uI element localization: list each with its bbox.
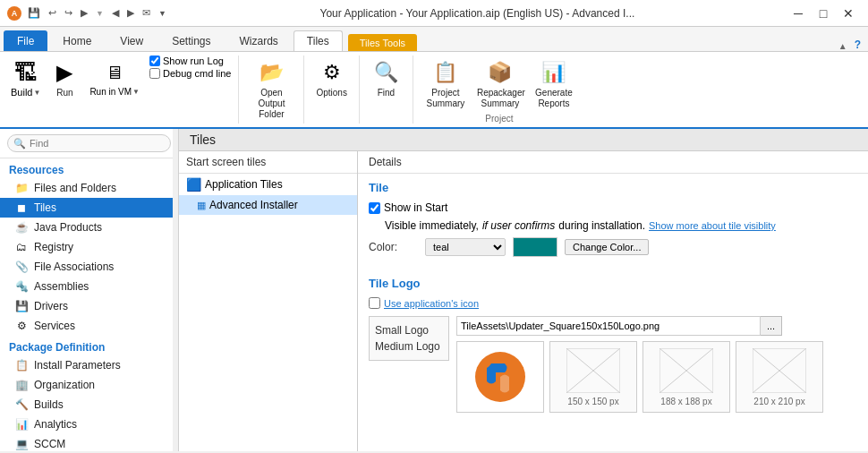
use-app-icon-checkbox[interactable]: [369, 297, 380, 309]
registry-icon: 🗂: [14, 240, 29, 254]
debug-cmd-line-checkbox[interactable]: Debug cmd line: [149, 68, 231, 79]
logo-browse-button[interactable]: ...: [761, 316, 782, 336]
search-input[interactable]: [7, 134, 171, 152]
tab-home[interactable]: Home: [49, 30, 105, 51]
tab-wizards[interactable]: Wizards: [226, 30, 292, 51]
main-layout: 🔍 Resources 📁 Files and Folders ◼ Tiles …: [0, 129, 868, 451]
sidebar-scrollbar[interactable]: [173, 129, 178, 451]
project-summary-button[interactable]: 📋 Project Summary: [421, 56, 471, 112]
options-label: Options: [316, 88, 346, 98]
find-group-buttons: 🔍 Find: [367, 56, 404, 124]
minimize-button[interactable]: ─: [786, 1, 811, 26]
tab-file[interactable]: File: [4, 30, 47, 51]
app-icon: A: [7, 6, 21, 21]
tree-item-advanced-installer[interactable]: ▦ Advanced Installer: [179, 195, 357, 215]
tab-settings[interactable]: Settings: [158, 30, 224, 51]
show-run-log-label: Show run Log: [163, 56, 224, 66]
quick-access-more[interactable]: ▼: [156, 8, 169, 19]
files-icon: 📁: [14, 181, 29, 195]
show-in-start-checkbox-label[interactable]: Show in Start: [369, 201, 447, 214]
show-in-start-checkbox[interactable]: [369, 202, 380, 214]
tab-view[interactable]: View: [106, 30, 157, 51]
run-in-vm-button[interactable]: 🖥 Run in VM ▼: [85, 56, 144, 99]
quick-access-save[interactable]: 💾: [25, 6, 43, 20]
sidebar-item-services[interactable]: ⚙ Services: [0, 316, 178, 336]
sidebar-item-organization[interactable]: 🏢 Organization: [0, 375, 178, 395]
logo-thumb-210: 210 x 210 px: [736, 341, 823, 413]
ribbon-help-icon[interactable]: ?: [851, 38, 864, 51]
quick-access-mail[interactable]: ✉: [140, 6, 153, 20]
quick-access-arrow[interactable]: ▼: [93, 8, 106, 19]
sidebar-item-registry[interactable]: 🗂 Registry: [0, 237, 178, 257]
tile-logo-section: Use application's icon Small Logo Medium…: [358, 294, 868, 420]
quick-access-redo[interactable]: ↪: [62, 6, 75, 20]
logo-puzzle-icon: [473, 350, 527, 404]
window-title: Your Application - Your Application.aip …: [169, 7, 786, 20]
tab-tiles-tools[interactable]: Tiles Tools: [348, 34, 417, 51]
logo-path-input[interactable]: [456, 316, 761, 336]
title-bar: A 💾 ↩ ↪ ▶ ▼ ◀ ▶ ✉ ▼ Your Application - Y…: [0, 0, 868, 27]
install-params-label: Install Parameters: [34, 359, 121, 372]
quick-access-forward[interactable]: ▶: [124, 6, 137, 20]
run-icon: ▶: [50, 58, 79, 87]
open-output-folder-button[interactable]: 📂 Open Output Folder: [246, 56, 296, 123]
sidebar-scroll[interactable]: Resources 📁 Files and Folders ◼ Tiles ☕ …: [0, 158, 178, 451]
debug-cmd-line-input[interactable]: [149, 68, 160, 79]
debug-cmd-line-label: Debug cmd line: [163, 68, 231, 79]
search-icon: 🔍: [13, 138, 26, 150]
show-more-link[interactable]: Show more about tile visiblity: [649, 220, 776, 231]
repackager-summary-icon: 📦: [486, 58, 515, 87]
build-label: Build: [11, 87, 32, 98]
visible-text: Visible immediately,: [385, 219, 479, 232]
sidebar-item-files-and-folders[interactable]: 📁 Files and Folders: [0, 178, 178, 198]
quick-access-back[interactable]: ◀: [109, 6, 122, 20]
quick-access-run[interactable]: ▶: [78, 6, 90, 20]
run-label: Run: [56, 88, 72, 98]
builds-label: Builds: [34, 398, 64, 411]
tile-section: Show in Start Visible immediately, if us…: [358, 198, 868, 269]
ribbon-group-output: 📂 Open Output Folder: [239, 56, 304, 124]
ribbon-expand-icon[interactable]: ▲: [835, 41, 851, 51]
find-button[interactable]: 🔍 Find: [367, 56, 404, 101]
sidebar-item-builds[interactable]: 🔨 Builds: [0, 395, 178, 415]
quick-access-undo[interactable]: ↩: [46, 6, 59, 20]
app-tiles-folder-icon: 🟦: [186, 177, 201, 192]
file-assoc-label: File Associations: [34, 261, 114, 273]
tab-tiles[interactable]: Tiles: [294, 30, 343, 51]
options-button[interactable]: ⚙ Options: [311, 56, 351, 101]
sidebar-item-file-associations[interactable]: 📎 File Associations: [0, 257, 178, 277]
sidebar-item-sccm[interactable]: 💻 SCCM: [0, 434, 178, 451]
registry-label: Registry: [34, 241, 73, 253]
sidebar-item-assemblies[interactable]: 🔩 Assemblies: [0, 277, 178, 296]
sccm-icon: 💻: [14, 437, 29, 451]
use-app-icon-label[interactable]: Use application's icon: [384, 298, 479, 309]
services-label: Services: [34, 320, 75, 332]
sidebar-item-java-products[interactable]: ☕ Java Products: [0, 218, 178, 237]
maximize-button[interactable]: □: [811, 1, 836, 26]
file-assoc-icon: 📎: [14, 260, 29, 274]
change-color-button[interactable]: Change Color...: [565, 239, 649, 255]
sidebar-item-drivers[interactable]: 💾 Drivers: [0, 296, 178, 316]
tree-panel: Start screen tiles 🟦 Application Tiles ▦…: [179, 151, 358, 451]
close-button[interactable]: ✕: [836, 1, 861, 26]
show-run-log-input[interactable]: [149, 56, 160, 66]
show-run-log-checkbox[interactable]: Show run Log: [149, 56, 231, 66]
logo-area: Small Logo Medium Logo ...: [369, 316, 857, 413]
project-summary-icon: 📋: [431, 58, 460, 87]
color-select[interactable]: teal: [425, 238, 506, 256]
open-output-folder-label: Open Output Folder: [251, 88, 292, 120]
repackager-summary-button[interactable]: 📦 Repackager Summary: [472, 56, 528, 112]
tree-item-application-tiles[interactable]: 🟦 Application Tiles: [179, 174, 357, 195]
color-swatch: [513, 237, 557, 257]
generate-reports-button[interactable]: 📊 Generate Reports: [530, 56, 578, 112]
resources-header: Resources: [0, 158, 178, 178]
logo-thumb-188: 188 x 188 px: [642, 341, 730, 413]
sidebar-item-analytics[interactable]: 📊 Analytics: [0, 415, 178, 434]
org-label: Organization: [34, 379, 95, 391]
sidebar-item-install-parameters[interactable]: 📋 Install Parameters: [0, 355, 178, 375]
run-button[interactable]: ▶ Run: [46, 56, 83, 101]
window-controls: ─ □ ✕: [786, 1, 861, 26]
tiles-label: Tiles: [34, 201, 56, 214]
sidebar-item-tiles[interactable]: ◼ Tiles: [0, 198, 178, 218]
build-button[interactable]: 🏗 Build ▼: [7, 56, 44, 100]
